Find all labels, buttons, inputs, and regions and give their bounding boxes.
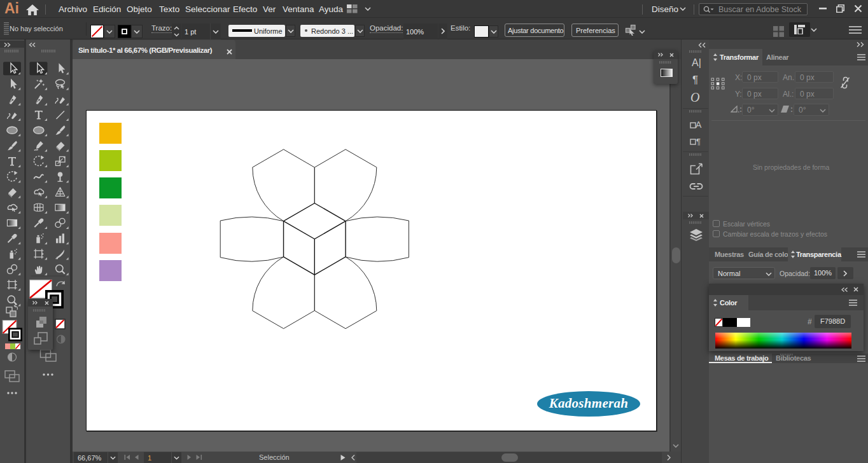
svg-text:¶: ¶ [696, 137, 701, 146]
svg-text:A: A [696, 120, 702, 130]
